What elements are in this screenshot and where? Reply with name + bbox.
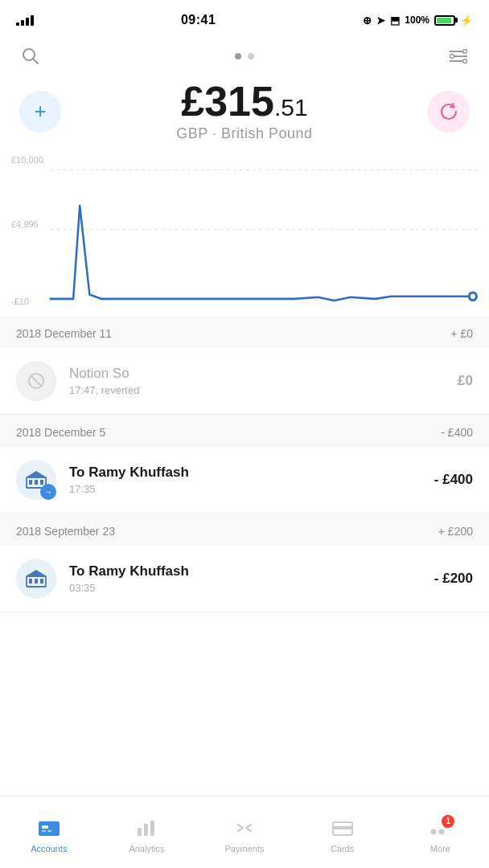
chart-label-top: £10,000: [11, 155, 43, 165]
transactions-list: 2018 December 11 + £0 Notion So 17:47, r…: [0, 316, 489, 612]
date-group-dec5: 2018 December 5 - £400: [0, 415, 489, 447]
svg-rect-28: [138, 828, 142, 836]
svg-rect-21: [35, 579, 38, 583]
payments-icon: [233, 818, 256, 841]
dot-2: [248, 53, 254, 59]
svg-rect-25: [42, 825, 48, 829]
tx-time-notion: 17:47, reverted: [69, 384, 458, 396]
nav-item-payments[interactable]: Payments: [195, 796, 294, 868]
add-button[interactable]: +: [19, 91, 61, 133]
navigation-icon: ➤: [376, 14, 385, 27]
svg-marker-23: [26, 570, 47, 576]
top-nav: [0, 35, 489, 80]
tx-name-ramy1: To Ramy Khuffash: [69, 465, 434, 481]
battery-percentage: 100%: [405, 14, 429, 26]
svg-rect-17: [40, 480, 43, 485]
tx-amount-ramy1: - £400: [434, 472, 473, 488]
date-group-sep23: 2018 September 23 + £200: [0, 514, 489, 546]
transaction-ramy-2[interactable]: To Ramy Khuffash 03:35 - £200: [0, 546, 489, 612]
page-indicator: [235, 53, 254, 59]
svg-rect-22: [40, 579, 43, 583]
svg-rect-15: [29, 480, 32, 485]
refresh-button[interactable]: [428, 91, 470, 133]
balance-display: £315.51 GBP · British Pound: [176, 80, 312, 142]
svg-point-5: [463, 50, 467, 54]
tx-info-ramy2: To Ramy Khuffash 03:35: [69, 563, 434, 594]
chart-label-bottom: -£10: [11, 297, 29, 306]
location-icon: ⊕: [363, 14, 372, 27]
analytics-label: Analytics: [129, 844, 164, 854]
status-time: 09:41: [181, 13, 216, 27]
balance-currency: GBP · British Pound: [176, 125, 312, 142]
svg-point-33: [431, 829, 437, 834]
svg-point-6: [450, 55, 454, 59]
airplay-icon: ⬒: [390, 14, 400, 27]
date-amount-dec11: + £0: [450, 327, 473, 340]
battery-icon: [434, 15, 455, 26]
dot-1: [235, 53, 241, 59]
tx-info-notion: Notion So 17:47, reverted: [69, 366, 458, 396]
tx-amount-ramy2: - £200: [434, 571, 473, 587]
cards-label: Cards: [331, 844, 354, 854]
date-group-dec11: 2018 December 11 + £0: [0, 316, 489, 348]
accounts-icon: [38, 818, 60, 841]
chart-label-mid: £4,995: [11, 219, 39, 229]
filter-button[interactable]: [444, 42, 473, 71]
status-bar: 09:41 ⊕ ➤ ⬒ 100% ⚡: [0, 0, 489, 35]
search-button[interactable]: [16, 42, 45, 71]
tx-info-ramy1: To Ramy Khuffash 17:35: [69, 465, 434, 495]
balance-chart: £10,000 £4,995 -£10: [0, 155, 489, 316]
nav-item-more[interactable]: 1 More: [391, 796, 489, 868]
balance-amount: £315.51: [176, 80, 312, 122]
nav-item-analytics[interactable]: Analytics: [98, 796, 196, 868]
cards-icon: [331, 818, 354, 841]
svg-rect-30: [150, 821, 154, 836]
charging-icon: ⚡: [460, 14, 473, 27]
nav-item-cards[interactable]: Cards: [294, 796, 392, 868]
analytics-icon: [135, 818, 158, 841]
svg-line-1: [33, 59, 38, 63]
svg-line-13: [31, 375, 42, 387]
tx-time-ramy2: 03:35: [69, 582, 434, 594]
svg-rect-20: [29, 579, 32, 583]
transfer-arrow-icon: →: [40, 484, 56, 500]
tx-icon-blocked: [16, 361, 56, 401]
transaction-notion-so[interactable]: Notion So 17:47, reverted £0: [0, 348, 489, 415]
signal-strength: [16, 15, 34, 26]
svg-rect-29: [144, 824, 148, 836]
date-label-dec5: 2018 December 5: [16, 426, 105, 439]
more-label: More: [430, 844, 450, 854]
more-icon: 1: [429, 818, 451, 841]
payments-label: Payments: [225, 844, 265, 854]
tx-time-ramy1: 17:35: [69, 483, 434, 495]
bottom-nav: Accounts Analytics Payments: [0, 796, 489, 868]
tx-amount-notion: £0: [458, 373, 473, 389]
status-right: ⊕ ➤ ⬒ 100% ⚡: [363, 14, 473, 27]
balance-section: + £315.51 GBP · British Pound: [0, 80, 489, 147]
svg-rect-24: [39, 821, 60, 836]
svg-rect-32: [333, 826, 352, 829]
date-label-sep23: 2018 September 23: [16, 525, 115, 538]
svg-point-11: [471, 294, 475, 299]
more-badge: 1: [442, 815, 454, 828]
svg-rect-27: [47, 830, 51, 832]
nav-item-accounts[interactable]: Accounts: [0, 796, 98, 868]
date-amount-sep23: + £200: [438, 525, 473, 538]
tx-icon-bank-1: →: [16, 460, 56, 500]
svg-rect-16: [35, 480, 38, 485]
date-label-dec11: 2018 December 11: [16, 327, 112, 340]
accounts-label: Accounts: [31, 844, 67, 854]
date-amount-dec5: - £400: [441, 426, 473, 439]
tx-name-ramy2: To Ramy Khuffash: [69, 563, 434, 579]
tx-icon-bank-2: [16, 559, 56, 599]
tx-name-notion: Notion So: [69, 366, 458, 382]
svg-point-7: [463, 59, 467, 63]
svg-marker-18: [26, 471, 47, 477]
transaction-ramy-1[interactable]: → To Ramy Khuffash 17:35 - £400: [0, 447, 489, 514]
svg-point-34: [439, 829, 445, 834]
svg-rect-26: [42, 830, 46, 832]
